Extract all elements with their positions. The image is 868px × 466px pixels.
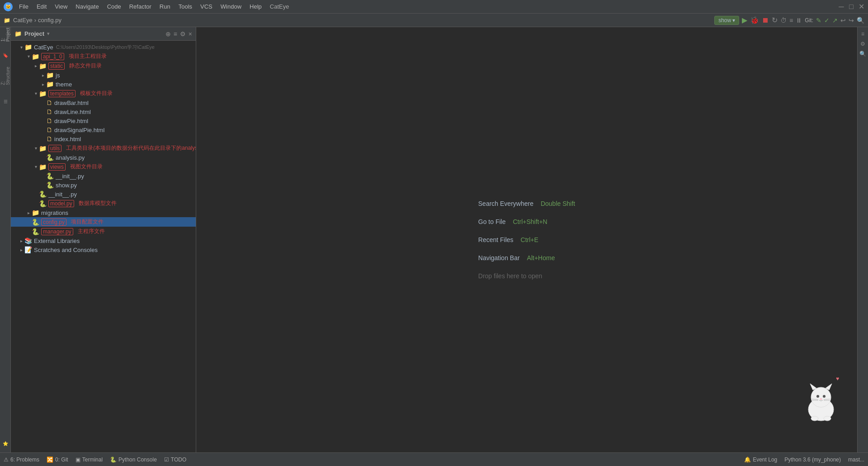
tree-item-drawline[interactable]: 🗋 drawLine.html xyxy=(11,107,196,116)
tree-item-theme[interactable]: ▸ 📁 theme xyxy=(11,80,196,89)
toolbar-clock[interactable]: ⏱ xyxy=(780,17,787,24)
show-label: show xyxy=(718,17,731,24)
tree-item-drawsignalpie[interactable]: 🗋 drawSignalPie.html xyxy=(11,125,196,134)
tree-label-drawpie: drawPie.html xyxy=(54,118,88,124)
git-redo[interactable]: ↪ xyxy=(849,17,854,24)
menu-help[interactable]: Help xyxy=(246,2,265,11)
drawsignalpie-html-icon: 🗋 xyxy=(46,126,52,133)
stop-button[interactable]: ⏹ xyxy=(762,16,769,24)
tree-item-model[interactable]: 🐍 model.py 数据库模型文件 xyxy=(11,199,196,208)
git-undo[interactable]: ↩ xyxy=(840,17,846,24)
annotation-config-text: 项目配置文件 xyxy=(71,218,104,226)
debug-button[interactable]: 🐞 xyxy=(750,16,759,24)
svg-point-12 xyxy=(824,416,831,421)
tree-label-root: CatEye xyxy=(34,44,53,51)
tree-item-drawbar[interactable]: 🗋 drawBar.html xyxy=(11,98,196,107)
tree-arrow-static: ▸ xyxy=(33,63,39,68)
todo-tab[interactable]: ☑ TODO xyxy=(164,456,186,463)
tree-item-templates[interactable]: ▾ 📁 templates 模板文件目录 xyxy=(11,89,196,98)
terminal-tab[interactable]: ▣ Terminal xyxy=(75,456,103,463)
menu-run[interactable]: Run xyxy=(156,2,174,11)
drop-files-label: Drop files here to open xyxy=(478,272,542,280)
toolbar-actions: show ▾ ▶ 🐞 ⏹ ↻ ⏱ ≡ ⏸ Git: ✎ ✓ ↗ ↩ ↪ 🔍 xyxy=(714,16,864,25)
drawline-html-icon: 🗋 xyxy=(46,108,52,115)
close-panel-icon[interactable]: × xyxy=(189,30,192,38)
project-title: Project xyxy=(24,30,44,37)
right-icon-1[interactable]: ≡ xyxy=(859,29,866,39)
git-arrow-up[interactable]: ↗ xyxy=(832,17,838,24)
run-button[interactable]: ▶ xyxy=(742,16,747,24)
svg-point-11 xyxy=(811,416,818,421)
terminal-icon: ▣ xyxy=(75,456,80,463)
git-tab[interactable]: 🔀 0: Git xyxy=(47,456,68,463)
menu-window[interactable]: Window xyxy=(217,2,245,11)
sidebar-structure-icon[interactable]: Z: Structure xyxy=(0,71,11,81)
close-button[interactable]: ✕ xyxy=(858,4,864,10)
menu-refactor[interactable]: Refactor xyxy=(126,2,155,11)
tree-item-show[interactable]: 🐍 show.py xyxy=(11,181,196,190)
tree-label-drawline: drawLine.html xyxy=(54,109,91,115)
recent-files-label: Recent Files xyxy=(478,236,514,243)
tree-arrow-scratches: ▸ xyxy=(18,247,24,252)
search-everywhere[interactable]: 🔍 xyxy=(857,17,864,24)
tree-item-migrations[interactable]: ▸ 📁 migrations xyxy=(11,208,196,217)
tree-label-drawsignalpie: drawSignalPie.html xyxy=(54,127,104,133)
maximize-button[interactable]: □ xyxy=(848,4,854,10)
tree-item-index[interactable]: 🗋 index.html xyxy=(11,134,196,143)
show-chevron: ▾ xyxy=(732,17,735,24)
tree-item-static[interactable]: ▸ 📁 static 静态文件目录 xyxy=(11,61,196,71)
search-everywhere-shortcut: Double Shift xyxy=(541,200,575,207)
bottom-bar: ⚠ 6: Problems 🔀 0: Git ▣ Terminal 🐍 Pyth… xyxy=(0,452,868,466)
settings-icon[interactable]: ⚙ xyxy=(180,30,186,38)
menu-vcs[interactable]: VCS xyxy=(197,2,216,11)
toolbar-more[interactable]: ≡ xyxy=(789,17,793,24)
tree-item-init2[interactable]: 🐍 __init__.py xyxy=(11,190,196,199)
menu-file[interactable]: File xyxy=(15,2,32,11)
tree-item-views[interactable]: ▾ 📁 views 视图文件目录 xyxy=(11,162,196,171)
menu-code[interactable]: Code xyxy=(104,2,125,11)
sidebar-project-icon[interactable]: 1: Project xyxy=(0,29,11,40)
tree-item-drawpie[interactable]: 🗋 drawPie.html xyxy=(11,116,196,125)
toolbar-pause[interactable]: ⏸ xyxy=(796,17,802,24)
tree-item-config[interactable]: 🐍 config.py 项目配置文件 xyxy=(11,217,196,227)
right-icon-3[interactable]: 🔍 xyxy=(858,49,868,59)
python-console-tab[interactable]: 🐍 Python Console xyxy=(110,456,157,463)
terminal-label: Terminal xyxy=(82,456,103,463)
sidebar-bookmark-icon[interactable]: 🔖 xyxy=(0,50,11,61)
tree-label-theme: theme xyxy=(56,81,72,88)
tree-item-api[interactable]: ▾ 📁 api_1_0 项目主工程目录 xyxy=(11,52,196,61)
locate-icon[interactable]: ⊕ xyxy=(165,30,171,38)
git-branch: mast... xyxy=(848,456,864,463)
tree-path: C:\Users\20193\Desktop\Python学习\CatEye xyxy=(56,44,155,51)
toolbar-reload[interactable]: ↻ xyxy=(772,16,778,24)
tree-arrow-api: ▾ xyxy=(25,54,32,59)
sidebar-extra-icon[interactable]: ☰ xyxy=(0,96,11,107)
menu-navigate[interactable]: Navigate xyxy=(72,2,102,11)
sidebar-star-icon[interactable]: ⭐ xyxy=(0,438,11,449)
right-sidebar-icons: ≡ ⚙ 🔍 xyxy=(857,27,868,452)
tree-arrow-root: ▾ xyxy=(18,45,24,50)
git-check[interactable]: ✓ xyxy=(824,17,830,24)
tree-item-catyeye-root[interactable]: ▾ 📁 CatEye C:\Users\20193\Desktop\Python… xyxy=(11,43,196,52)
problems-tab[interactable]: ⚠ 6: Problems xyxy=(4,456,39,463)
right-icon-2[interactable]: ⚙ xyxy=(859,39,867,49)
menu-edit[interactable]: Edit xyxy=(33,2,50,11)
tree-item-analysis[interactable]: 🐍 analysis.py xyxy=(11,153,196,162)
tree-item-init-views[interactable]: 🐍 __init__.py xyxy=(11,171,196,181)
show-dropdown[interactable]: show ▾ xyxy=(714,16,739,25)
collapse-icon[interactable]: ≡ xyxy=(174,30,177,38)
minimize-button[interactable]: ─ xyxy=(838,4,844,10)
tree-item-extlibs[interactable]: ▸ 📚 External Libraries xyxy=(11,236,196,245)
tree-item-scratches[interactable]: ▸ 📝 Scratches and Consoles xyxy=(11,245,196,254)
annotation-api: api_1_0 xyxy=(41,53,64,60)
menu-view[interactable]: View xyxy=(51,2,71,11)
event-log-item[interactable]: 🔔 Event Log xyxy=(744,456,777,463)
menu-tools[interactable]: Tools xyxy=(175,2,196,11)
git-edit[interactable]: ✎ xyxy=(816,17,821,24)
migrations-folder-icon: 📁 xyxy=(32,209,39,216)
app-title: CatEye xyxy=(270,3,289,10)
tree-item-utils[interactable]: ▾ 📁 utils 工具类目录(本项目的数据分析代码在此目录下的analysis… xyxy=(11,143,196,153)
project-dropdown[interactable]: ▾ xyxy=(47,31,50,37)
tree-item-js[interactable]: ▸ 📁 js xyxy=(11,71,196,80)
tree-item-manager[interactable]: 🐍 manager.py 主程序文件 xyxy=(11,227,196,236)
